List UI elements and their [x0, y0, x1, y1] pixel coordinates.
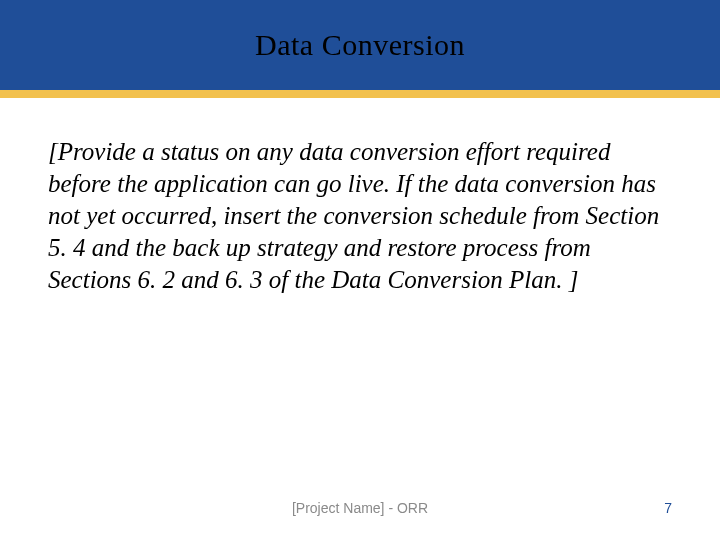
footer-project-label: [Project Name] - ORR — [68, 500, 652, 516]
slide-title: Data Conversion — [255, 28, 465, 62]
accent-bar — [0, 90, 720, 98]
slide-body: [Provide a status on any data conversion… — [0, 98, 720, 296]
body-paragraph: [Provide a status on any data conversion… — [48, 136, 672, 296]
slide-footer: [Project Name] - ORR 7 — [0, 500, 720, 516]
page-number: 7 — [652, 500, 672, 516]
slide-header-band: Data Conversion — [0, 0, 720, 90]
